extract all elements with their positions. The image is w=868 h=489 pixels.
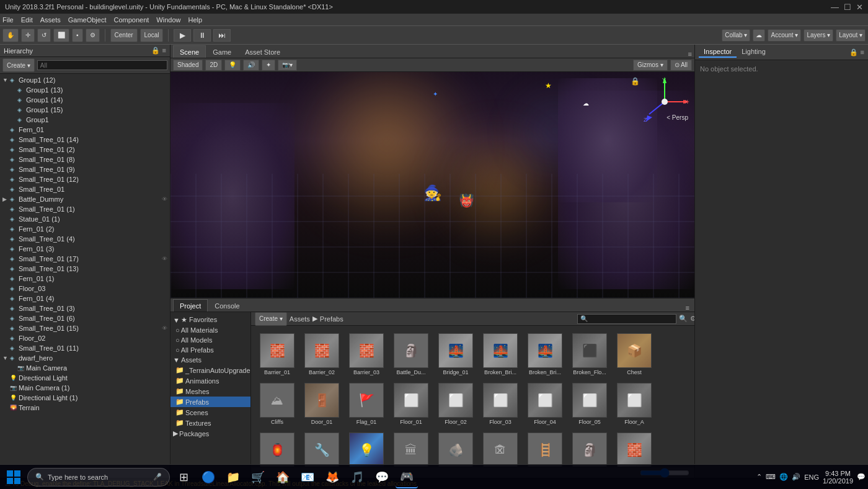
list-item[interactable]: ▶ ◈ Battle_Dummy 👁	[0, 194, 170, 204]
asset-ruins[interactable]: 🏚 Ruins	[479, 430, 521, 467]
asset-floor-04[interactable]: ⬜ Floor_04	[524, 380, 566, 428]
2d-toggle[interactable]: 2D	[205, 60, 222, 71]
project-panel-menu[interactable]: ≡	[686, 304, 689, 312]
inspector-menu-icon[interactable]: ≡	[861, 48, 864, 56]
meshes-item[interactable]: 📁 Meshes	[170, 386, 250, 397]
asset-wall-01[interactable]: 🧱 Wall_01	[613, 430, 655, 467]
list-item[interactable]: ◈ Small_Tree_01 (14)	[0, 135, 170, 145]
scenes-item[interactable]: 📁 Scenes	[170, 407, 250, 418]
all-prefabs-item[interactable]: ○ All Prefabs	[170, 345, 250, 355]
fx-toggle[interactable]: ✦	[262, 60, 275, 71]
shaded-dropdown[interactable]: Shaded	[173, 60, 203, 71]
hierarchy-menu-icon[interactable]: ≡	[162, 47, 166, 55]
all-objects-filter[interactable]: ⊙ All	[670, 60, 692, 71]
list-item[interactable]: ◈ Small_Tree_01 (17) 👁	[0, 254, 170, 264]
list-item[interactable]: ◈ Small_Tree_01 (4)	[0, 234, 170, 244]
all-models-item[interactable]: ○ All Models	[170, 335, 250, 345]
inspector-lock-icon[interactable]: 🔒	[849, 48, 858, 56]
list-item[interactable]: ◈ Small_Tree_01 (13)	[0, 264, 170, 274]
system-clock[interactable]: 9:43 PM 1/20/2019	[823, 470, 853, 485]
list-item[interactable]: ◈ Group1 (15)	[0, 105, 170, 115]
lighting-toggle[interactable]: 💡	[224, 60, 241, 71]
list-item[interactable]: 💡 Directional Light (1)	[0, 393, 170, 403]
taskbar-music-icon[interactable]: 🎵	[346, 466, 368, 488]
maximize-button[interactable]: ☐	[844, 2, 851, 12]
collab-button[interactable]: Collab ▾	[722, 29, 750, 42]
scene-camera-menu[interactable]: 📷▾	[278, 60, 297, 71]
list-item[interactable]: ◈ Small_Tree_01	[0, 184, 170, 194]
taskbar-search[interactable]: 🔍 Type here to search 🎤	[27, 468, 170, 487]
favorites-section[interactable]: ▼ ★ Favorites	[170, 315, 250, 325]
path-assets[interactable]: Assets	[290, 315, 310, 323]
list-item[interactable]: ◈ Group1 (14)	[0, 95, 170, 105]
menu-help[interactable]: Help	[188, 16, 202, 24]
prefabs-item[interactable]: 📁 Prefabs	[170, 397, 250, 407]
scene-panel-menu[interactable]: ≡	[688, 50, 692, 58]
path-prefabs[interactable]: Prefabs	[320, 315, 343, 323]
asset-lights[interactable]: 💡 Lights	[345, 430, 388, 467]
close-button[interactable]: ✕	[856, 2, 863, 12]
list-item[interactable]: ◈ Small_Tree_01 (15) 👁	[0, 323, 170, 333]
list-item[interactable]: ◈ Fern_01	[0, 125, 170, 135]
asset-floor-03[interactable]: ⬜ Floor_03	[479, 380, 521, 428]
step-button[interactable]: ⏭	[213, 29, 231, 42]
tab-game[interactable]: Game	[206, 45, 238, 58]
notification-icon[interactable]: 💬	[857, 473, 866, 481]
all-materials-item[interactable]: ○ All Materials	[170, 325, 250, 335]
list-item[interactable]: ◈ Small_Tree_01 (9)	[0, 164, 170, 174]
list-item[interactable]: ◈ Group1	[0, 115, 170, 125]
list-item[interactable]: ▼ ◈ dwarf_hero	[0, 353, 170, 363]
hierarchy-lock-icon[interactable]: 🔒	[151, 47, 160, 55]
rect-tool[interactable]: ▪	[72, 29, 83, 42]
hand-tool[interactable]: ✋	[2, 29, 19, 42]
layers-button[interactable]: Layers ▾	[804, 29, 833, 42]
list-item[interactable]: ◈ Small_Tree_01 (2)	[0, 145, 170, 155]
menu-edit[interactable]: Edit	[21, 16, 33, 24]
list-item[interactable]: ◈ Small_Tree_01 (3)	[0, 303, 170, 313]
list-item[interactable]: 📷 Main Camera	[0, 363, 170, 373]
asset-lantern-01[interactable]: 🏮 Lantern_01	[256, 430, 298, 467]
hierarchy-search-input[interactable]	[37, 60, 167, 70]
menu-component[interactable]: Component	[113, 16, 149, 24]
taskbar-mail-icon[interactable]: 📧	[296, 466, 319, 488]
menu-assets[interactable]: Assets	[40, 16, 61, 24]
account-button[interactable]: Account ▾	[768, 29, 801, 42]
asset-rock-large[interactable]: 🪨 Rock_Large	[435, 430, 477, 467]
list-item[interactable]: 🌄 Terrain	[0, 403, 170, 413]
list-item[interactable]: ◈ Fern_01 (4)	[0, 294, 170, 303]
network-icon[interactable]: 🌐	[779, 473, 788, 481]
scale-tool[interactable]: ⬜	[53, 29, 69, 42]
taskbar-up-arrow[interactable]: ⌃	[756, 473, 762, 481]
asset-floor-01[interactable]: ⬜ Floor_01	[390, 380, 432, 428]
asset-broken-bri-2[interactable]: 🌉 Broken_Bri...	[524, 331, 566, 378]
menu-gameobject[interactable]: GameObject	[68, 16, 107, 24]
pause-button[interactable]: ⏸	[193, 29, 211, 42]
list-item[interactable]: ◈ Statue_01 (1)	[0, 214, 170, 224]
list-item[interactable]: ◈ Small_Tree_01 (6)	[0, 313, 170, 323]
tab-asset-store[interactable]: Asset Store	[238, 45, 287, 58]
play-button[interactable]: ▶	[174, 29, 191, 42]
hierarchy-create-button[interactable]: Create ▾	[2, 58, 35, 72]
asset-stairs-01[interactable]: 🪜 Stairs_01	[524, 430, 566, 467]
list-item[interactable]: 📷 Main Camera (1)	[0, 383, 170, 393]
list-item[interactable]: ◈ Fern_01 (2)	[0, 224, 170, 234]
local-toggle[interactable]: Local	[140, 29, 164, 42]
list-item[interactable]: ◈ Group1 (13)	[0, 85, 170, 95]
project-create-button[interactable]: Create ▾	[255, 312, 287, 326]
list-item[interactable]: ◈ Small_Tree_01 (11)	[0, 343, 170, 353]
asset-pillar-01[interactable]: 🏛 Pillar_01	[390, 430, 432, 467]
project-search-icon[interactable]: 🔍	[679, 315, 688, 323]
window-controls[interactable]: — ☐ ✕	[831, 2, 863, 12]
volume-icon[interactable]: 🔊	[792, 473, 800, 481]
tab-console[interactable]: Console	[208, 299, 246, 312]
asset-lever[interactable]: 🔧 lever	[301, 430, 343, 467]
center-toggle[interactable]: Center	[110, 29, 138, 42]
task-view-button[interactable]: ⊞	[172, 466, 195, 488]
asset-cliffs[interactable]: ⛰ Cliffs	[256, 380, 298, 428]
asset-bridge-01[interactable]: 🌉 Bridge_01	[435, 331, 477, 378]
assets-section[interactable]: ▼ Assets	[170, 355, 250, 365]
taskbar-firefox-icon[interactable]: 🦊	[321, 466, 343, 488]
asset-flag-01[interactable]: 🚩 Flag_01	[345, 380, 388, 428]
asset-barrier-01[interactable]: 🧱 Barrier_01	[256, 331, 298, 378]
asset-broken-bri-1[interactable]: 🌉 Broken_Bri...	[479, 331, 521, 378]
